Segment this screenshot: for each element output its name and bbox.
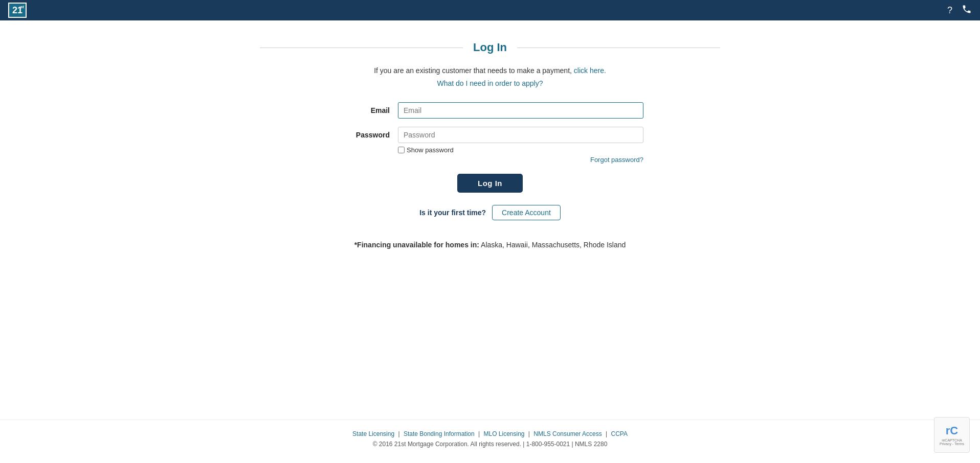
footer-sep: |	[527, 430, 532, 437]
footer-link-1[interactable]: State Bonding Information	[404, 430, 475, 437]
password-row: Password Show password Forgot password?	[337, 127, 643, 164]
show-password-label[interactable]: Show password	[407, 146, 454, 154]
phone-icon[interactable]	[962, 4, 972, 17]
info-text-before-link: If you are an existing customer that nee…	[374, 66, 572, 75]
first-time-row: Is it your first time? Create Account	[337, 205, 643, 220]
footer-links: State Licensing | State Bonding Informat…	[10, 430, 970, 437]
show-password-row: Show password	[398, 146, 643, 154]
forgot-row: Forgot password?	[398, 156, 643, 164]
footer-link-4[interactable]: CCPA	[611, 430, 628, 437]
email-input[interactable]	[398, 102, 643, 119]
forgot-password-link[interactable]: Forgot password?	[590, 156, 643, 164]
page-title: Log In	[463, 41, 517, 54]
click-here-link[interactable]: click here.	[574, 66, 606, 75]
footer-link-2[interactable]: MLO Licensing	[483, 430, 524, 437]
first-time-text: Is it your first time?	[419, 209, 486, 217]
recaptcha-logo: rC	[946, 424, 958, 437]
main-content: Log In If you are an existing customer t…	[0, 20, 980, 420]
login-button[interactable]: Log In	[457, 174, 523, 193]
password-input[interactable]	[398, 127, 643, 143]
logo-box: 21 st	[8, 3, 27, 18]
financing-notice-states: Alaska, Hawaii, Massachusetts, Rhode Isl…	[481, 241, 626, 249]
show-password-checkbox[interactable]	[398, 147, 405, 153]
create-account-button[interactable]: Create Account	[492, 205, 561, 220]
financing-notice-bold: *Financing unavailable for homes in:	[354, 241, 479, 249]
footer-sep: |	[604, 430, 609, 437]
what-do-i-need-link[interactable]: What do I need in order to apply?	[437, 79, 543, 87]
header: 21 st ?	[0, 0, 980, 20]
email-label: Email	[337, 102, 398, 114]
header-icons: ?	[947, 4, 972, 17]
password-label: Password	[337, 127, 398, 139]
email-row: Email	[337, 102, 643, 119]
info-text-block: If you are an existing customer that nee…	[374, 64, 606, 90]
login-btn-row: Log In	[337, 174, 643, 193]
title-divider-left	[260, 48, 463, 48]
footer-copyright: © 2016 21st Mortgage Corporation. All ri…	[10, 441, 970, 448]
footer-link-3[interactable]: NMLS Consumer Access	[533, 430, 602, 437]
recaptcha-widget: rC reCAPTCHAPrivacy - Terms	[934, 417, 970, 453]
footer-sep: |	[477, 430, 482, 437]
title-divider-right	[517, 48, 720, 48]
recaptcha-text: reCAPTCHAPrivacy - Terms	[940, 438, 964, 446]
title-section: Log In	[260, 41, 720, 54]
email-input-group	[398, 102, 643, 119]
footer-sep: |	[396, 430, 402, 437]
footer: State Licensing | State Bonding Informat…	[0, 420, 980, 463]
login-form: Email Password Show password Forgot pass…	[337, 102, 643, 241]
financing-notice: *Financing unavailable for homes in: Ala…	[354, 241, 626, 249]
footer-link-0[interactable]: State Licensing	[352, 430, 394, 437]
help-icon[interactable]: ?	[947, 5, 952, 16]
logo: 21 st	[8, 3, 27, 18]
password-input-group: Show password Forgot password?	[398, 127, 643, 164]
